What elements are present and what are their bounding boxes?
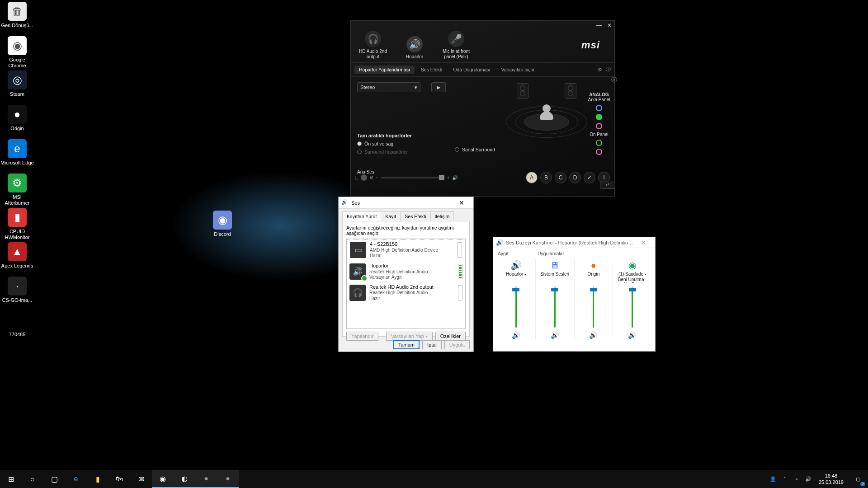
mute-button[interactable]: 🔊 [512, 331, 520, 339]
taskbar-chrome[interactable]: ◉ [152, 470, 174, 488]
tray-people-icon[interactable]: 👤 [767, 470, 779, 488]
check-virtual-surround[interactable]: Sanal Surround [455, 147, 495, 152]
device-list[interactable]: ▭ 4 - S22B150AMD High Definition Audio D… [346, 239, 466, 329]
play-button[interactable]: ▶ [431, 82, 446, 92]
volume-slider[interactable] [548, 286, 561, 328]
mixer-app-label: Origin [588, 272, 600, 283]
desktop-icon[interactable]: ●Origin [0, 105, 34, 131]
search-button[interactable]: ⌕ [22, 470, 43, 488]
radio-dot-icon [357, 150, 362, 154]
apply-button[interactable]: Uygula [444, 340, 470, 349]
taskbar-store[interactable]: 🛍 [108, 470, 130, 488]
device-list-item[interactable]: 🔊 HoparlörRealtek High Definition AudioV… [347, 261, 465, 282]
ok-button[interactable]: Tamam [393, 340, 420, 349]
taskbar-sound[interactable]: ● [217, 470, 239, 488]
tray-network-icon[interactable]: ▫ [791, 470, 802, 488]
gear-icon[interactable]: ⚙ [598, 67, 602, 72]
set-default-button[interactable]: Varsayılan Yap [386, 332, 433, 341]
info-icon[interactable]: ⓘ [606, 66, 611, 73]
close-button[interactable]: ✕ [453, 199, 471, 206]
desktop-icon[interactable]: ⚙MSI Afterburner [0, 174, 34, 206]
jack-blue-icon[interactable] [596, 105, 602, 111]
preset-c-button[interactable]: C [555, 172, 566, 183]
desktop-icon[interactable]: ▲Apex Legends [0, 242, 34, 269]
desktop-icon[interactable]: 🗑Geri Dönüşü... [0, 2, 34, 28]
jack-pink-icon[interactable] [596, 123, 602, 129]
desktop-icon[interactable]: ·CS-GO-ima... [0, 277, 34, 303]
tab-recording[interactable]: Kayıt [381, 211, 401, 221]
preset-b-button[interactable]: B [540, 172, 552, 183]
cancel-button[interactable]: İptal [422, 340, 442, 349]
mixer-app-label[interactable]: Hoparlör [506, 272, 526, 283]
balance-knob-icon[interactable] [361, 174, 367, 181]
app-icon[interactable]: ◉ [625, 259, 640, 272]
taskbar-explorer[interactable]: ▮ [87, 470, 108, 488]
level-meter [458, 242, 462, 258]
tab-room-correction[interactable]: Oda Doğrulaması [448, 66, 495, 74]
jack-config-icon[interactable]: ⇄ [600, 182, 615, 189]
device-mic-front[interactable]: 🎤 Mic in at front panel (Pink) [439, 31, 473, 60]
desktop-icon-discord[interactable]: ◉ Discord [205, 211, 240, 237]
app-icon[interactable]: 🔊 [509, 259, 523, 272]
taskbar-clock[interactable]: 16:48 25.03.2019 [814, 473, 848, 486]
start-button[interactable]: ⊞ [0, 470, 22, 488]
jack-green-icon[interactable] [596, 140, 602, 146]
task-view-button[interactable]: ▢ [43, 470, 65, 488]
device-hd-audio-2nd[interactable]: 🎧 HD Audio 2nd output [356, 31, 390, 60]
default-check-icon [361, 275, 368, 282]
preset-d-button[interactable]: D [569, 172, 581, 183]
app-icon: ◎ [8, 70, 27, 89]
volume-slider[interactable] [587, 286, 600, 328]
jack-green-icon[interactable] [596, 114, 602, 120]
tray-volume-icon[interactable]: 🔊 [802, 470, 814, 488]
device-row: 🎧 HD Audio 2nd output 🔊 Hoparlör 🎤 Mic i… [351, 30, 614, 62]
checkbox-icon [455, 147, 459, 152]
tab-speaker-config[interactable]: Hoparlör Yapılandırması [354, 66, 415, 74]
jack-pink-icon[interactable] [596, 149, 602, 155]
taskbar-realtek[interactable]: ● [195, 470, 217, 488]
close-button[interactable]: ✕ [634, 239, 652, 246]
tab-communications[interactable]: İletişim [430, 211, 454, 221]
app-icon[interactable]: ● [586, 259, 601, 272]
desktop-icon[interactable]: ▮CPUID HWMonitor [0, 208, 34, 240]
desktop-icon[interactable]: ◎Steam [0, 70, 34, 97]
device-list-item[interactable]: ▭ 4 - S22B150AMD High Definition Audio D… [347, 239, 465, 261]
device-speaker[interactable]: 🔊 Hoparlör [398, 36, 431, 60]
mute-button[interactable]: 🔊 [589, 331, 598, 339]
volume-slider[interactable] [626, 286, 639, 328]
app-icon[interactable]: 🖥 [547, 259, 562, 272]
mic-icon: 🎤 [448, 31, 464, 47]
taskbar: ⊞ ⌕ ▢ e ▮ 🛍 ✉ ◉ ◐ ● ● 👤 ˄ ▫ 🔊 16:48 25.0… [0, 470, 868, 488]
desktop-icon-label: 770485 [0, 332, 34, 338]
volume-icon[interactable]: 🔊 [452, 175, 458, 180]
mute-button[interactable]: 🔊 [551, 331, 559, 339]
mute-button[interactable]: 🔊 [628, 331, 637, 339]
desktop-icon[interactable]: 770485 [0, 311, 34, 338]
tab-sounds[interactable]: Ses Efekti [400, 211, 430, 221]
desktop-icon[interactable]: eMicrosoft Edge [0, 139, 34, 166]
notification-button[interactable]: ▢ 2 [848, 470, 868, 488]
tab-default-format[interactable]: Varsayılan biçim [496, 66, 540, 74]
volume-slider[interactable] [509, 286, 523, 328]
close-button[interactable]: ✕ [607, 22, 612, 28]
app-icon: ● [8, 105, 27, 124]
tray-chevron-up-icon[interactable]: ˄ [779, 470, 791, 488]
device-icon: 🔊 [349, 263, 366, 280]
taskbar-ts[interactable]: ◐ [174, 470, 195, 488]
speaker-config-select[interactable]: Stereo▾ [357, 82, 420, 92]
properties-button[interactable]: Özellikler [435, 332, 466, 341]
panel-close-icon[interactable]: ⓧ [611, 76, 617, 84]
desktop-icon[interactable]: ◉Google Chrome [0, 36, 34, 68]
taskbar-mail[interactable]: ✉ [130, 470, 152, 488]
app-icon: e [8, 139, 27, 158]
minimize-button[interactable]: — [596, 22, 602, 28]
preset-a-button[interactable]: A [526, 172, 538, 183]
tab-playback[interactable]: Kayıttan Yürüt [342, 211, 381, 221]
taskbar-edge[interactable]: e [65, 470, 87, 488]
mixer-app-label: Sistem Sesleri [540, 272, 569, 283]
configure-button[interactable]: Yapılandır [346, 332, 378, 341]
volume-slider[interactable] [381, 177, 444, 178]
tab-sound-effect[interactable]: Ses Efekti [416, 66, 447, 74]
check-icon[interactable]: ✓ [584, 172, 595, 183]
device-list-item[interactable]: 🎧 Realtek HD Audio 2nd outputRealtek Hig… [347, 282, 465, 304]
